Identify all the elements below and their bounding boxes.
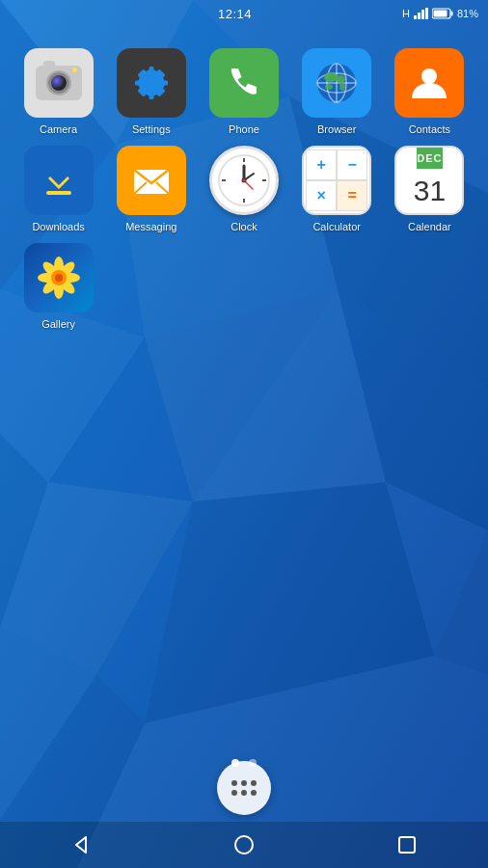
drawer-dots-icon: [231, 780, 257, 796]
contacts-label: Contacts: [409, 123, 450, 136]
svg-marker-33: [48, 166, 69, 189]
svg-rect-34: [46, 191, 71, 195]
app-gallery[interactable]: Gallery: [14, 243, 102, 331]
status-bar: 12:14 H 81%: [0, 0, 488, 27]
settings-label: Settings: [132, 123, 171, 136]
svg-point-59: [235, 836, 253, 854]
svg-point-57: [55, 274, 63, 282]
svg-rect-21: [450, 12, 452, 16]
app-downloads[interactable]: Downloads: [14, 146, 102, 233]
app-grid: Camera Settings Phone: [0, 39, 488, 341]
svg-rect-60: [399, 837, 415, 853]
app-contacts[interactable]: Contacts: [386, 48, 474, 136]
app-clock[interactable]: Clock: [200, 146, 287, 233]
svg-point-30: [325, 84, 333, 90]
clock-label: Clock: [230, 221, 258, 233]
gallery-icon: [24, 243, 94, 312]
svg-point-28: [324, 72, 338, 82]
app-drawer-button[interactable]: [217, 761, 271, 815]
downloads-icon: [24, 146, 94, 215]
settings-icon: [117, 48, 186, 118]
signal-icon: [414, 8, 428, 19]
network-type: H: [402, 8, 410, 19]
app-camera[interactable]: Camera: [14, 48, 102, 136]
status-right: H 81%: [402, 8, 478, 19]
svg-point-32: [421, 68, 437, 84]
camera-label: Camera: [40, 123, 77, 136]
svg-point-29: [336, 75, 345, 83]
svg-point-47: [242, 179, 245, 182]
battery-icon: [432, 8, 453, 19]
camera-icon: [24, 48, 94, 118]
downloads-label: Downloads: [32, 221, 84, 233]
phone-label: Phone: [229, 123, 259, 136]
calculator-label: Calculator: [312, 221, 361, 233]
messaging-label: Messaging: [125, 221, 176, 233]
back-button[interactable]: [62, 826, 100, 864]
phone-icon: [209, 48, 279, 118]
navigation-bar: [0, 822, 488, 868]
svg-rect-22: [433, 11, 447, 17]
app-settings[interactable]: Settings: [107, 48, 195, 136]
battery-percent: 81%: [457, 8, 478, 19]
home-button[interactable]: [225, 826, 263, 864]
gallery-label: Gallery: [41, 318, 75, 331]
browser-icon: [302, 48, 371, 118]
contacts-icon: [394, 48, 464, 118]
svg-marker-58: [76, 837, 86, 853]
calendar-icon: DEC 31: [394, 146, 464, 215]
app-calendar[interactable]: DEC 31 Calendar: [386, 146, 474, 233]
browser-label: Browser: [317, 123, 356, 136]
calendar-day: 31: [414, 169, 446, 213]
app-phone[interactable]: Phone: [200, 48, 287, 136]
messaging-icon: [117, 146, 186, 215]
calendar-month: DEC: [417, 148, 442, 169]
recents-button[interactable]: [388, 826, 426, 864]
app-messaging[interactable]: Messaging: [107, 146, 195, 233]
svg-point-31: [339, 83, 345, 91]
app-calculator[interactable]: + − × = Calculator: [293, 146, 381, 233]
app-browser[interactable]: Browser: [293, 48, 381, 136]
status-time: 12:14: [218, 7, 252, 21]
clock-icon: [209, 146, 279, 215]
calculator-icon: + − × =: [302, 146, 371, 215]
calendar-label: Calendar: [408, 221, 451, 233]
